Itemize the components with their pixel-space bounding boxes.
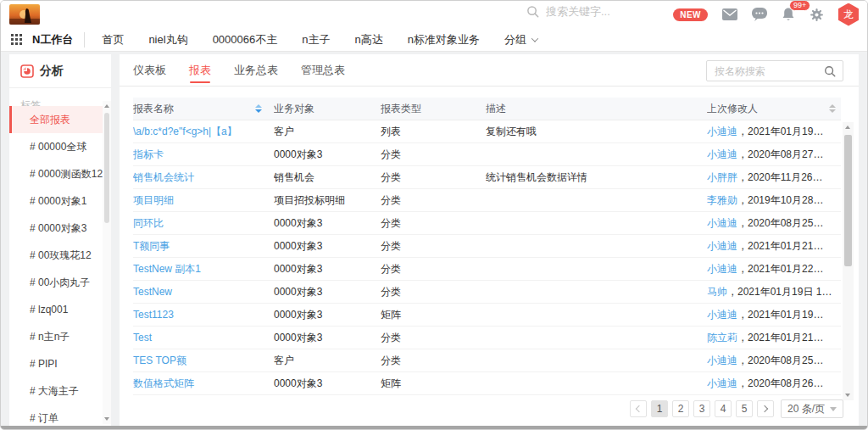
sidebar-scrollbar[interactable] [103, 101, 111, 424]
sidebar-tag-item[interactable]: # 0000对象3 [9, 215, 103, 242]
report-name-link[interactable]: TestNew 副本1 [133, 263, 201, 275]
page-button[interactable]: 4 [715, 400, 732, 417]
modifier-link[interactable]: 小胖胖 [707, 171, 737, 183]
cell-business-object: 0000对象3 [274, 308, 381, 322]
report-name-link[interactable]: 同环比 [133, 217, 164, 229]
table-row[interactable]: 指标卡0000对象3分类小迪迪，2020年08月27日 14:39 [133, 143, 841, 166]
column-header[interactable]: 报表类型 [381, 102, 486, 116]
report-name-link[interactable]: Test1123 [133, 309, 174, 321]
prev-page-button[interactable] [630, 400, 647, 417]
tab-报表[interactable]: 报表 [189, 54, 211, 87]
search-icon[interactable] [824, 65, 836, 77]
modifier-link[interactable]: 小迪迪 [707, 355, 737, 366]
sidebar-tag-item[interactable]: # 订单 [9, 405, 103, 426]
modifier-link[interactable]: 小迪迪 [707, 263, 737, 275]
column-header[interactable]: 上次修改人 [707, 102, 841, 116]
scroll-up-arrow[interactable] [845, 126, 850, 129]
settings-gear-icon[interactable] [810, 8, 824, 22]
column-header[interactable]: 描述 [486, 102, 707, 116]
report-name-link[interactable]: 数值格式矩阵 [133, 377, 194, 389]
report-name-link[interactable]: \a/b:c*d?e"f<g>h|【a】 [133, 126, 237, 137]
page-button[interactable]: 5 [736, 400, 753, 417]
table-row[interactable]: TestNew0000对象3分类马帅，2021年01月19日 15:58 [133, 281, 841, 304]
main-panel: 仪表板报表业务总表管理总表 报表名称业务对象报表类型描述上次修改人 \a/b:c… [120, 54, 859, 426]
sidebar-tag-item[interactable]: # 0000测函数123 [9, 160, 103, 187]
table-row[interactable]: T额同事0000对象3分类小迪迪，2021年01月21日 10:35 [133, 235, 841, 258]
sort-icon[interactable] [829, 104, 836, 113]
page-button[interactable]: 1 [651, 400, 668, 417]
notifications-bell-icon[interactable]: 99+ [782, 8, 795, 22]
nav-link[interactable]: n标准对象业务 [408, 32, 480, 47]
modifier-link[interactable]: 小迪迪 [707, 309, 737, 321]
table-row[interactable]: 同环比0000对象3分类小迪迪，2020年08月25日 02:20 [133, 212, 841, 235]
scrollbar-thumb[interactable] [104, 113, 109, 223]
sidebar-tag-item[interactable]: # lzq001 [9, 296, 103, 323]
report-name-link[interactable]: 项目明细 [133, 194, 174, 206]
cell-last-modified: 李雅勋，2019年10月28日 14:10 [707, 193, 841, 208]
scroll-down-arrow[interactable] [104, 417, 109, 421]
cell-business-object: 客户 [274, 354, 381, 368]
scroll-up-arrow[interactable] [104, 104, 109, 108]
column-header[interactable]: 报表名称 [133, 102, 274, 116]
modifier-link[interactable]: 李雅勋 [707, 194, 737, 206]
table-row[interactable]: TES TOP额客户分类小迪迪，2020年08月25日 03:14 [133, 349, 841, 372]
table-row[interactable]: TestNew 副本10000对象3分类小迪迪，2021年01月22日 10:3… [133, 258, 841, 281]
modifier-link[interactable]: 马帅 [707, 286, 727, 298]
sort-icon[interactable] [255, 104, 262, 113]
sidebar-tag-item[interactable]: # n主n子 [9, 323, 103, 350]
table-row[interactable]: Test0000对象3分类陈立莉，2021年01月21日 17:00 [133, 327, 841, 349]
nav-link[interactable]: 首页 [102, 32, 124, 47]
chat-icon[interactable] [752, 8, 767, 21]
modifier-link[interactable]: 陈立莉 [707, 332, 737, 343]
nav-group-dropdown[interactable]: 分组 [504, 32, 537, 47]
table-row[interactable]: 销售机会统计销售机会分类统计销售机会数据详情小胖胖，2020年11月26日 18… [133, 166, 841, 189]
tab-业务总表[interactable]: 业务总表 [234, 54, 278, 87]
sidebar-tag-item[interactable]: # 0000对象1 [9, 187, 103, 215]
table-row[interactable]: 项目明细项目招投标明细分类李雅勋，2019年10月28日 14:10 [133, 189, 841, 212]
column-header[interactable]: 业务对象 [274, 102, 381, 116]
app-launcher-icon[interactable] [11, 34, 22, 45]
scrollbar-thumb[interactable] [844, 135, 852, 266]
modifier-link[interactable]: 小迪迪 [707, 377, 737, 389]
report-name-link[interactable]: 销售机会统计 [133, 171, 194, 183]
nav-link[interactable]: niel丸钩 [148, 32, 187, 47]
table-scrollbar[interactable] [843, 122, 854, 400]
report-name-link[interactable]: 指标卡 [133, 148, 164, 160]
modifier-link[interactable]: 小迪迪 [707, 148, 737, 160]
table-row[interactable]: 数值格式矩阵0000对象3矩阵小迪迪，2020年08月26日 10:00 [133, 372, 841, 395]
workspace-title[interactable]: N工作台 [32, 32, 85, 47]
report-name-link[interactable]: TES TOP额 [133, 355, 186, 366]
sidebar-tag-item[interactable]: 全部报表 [9, 106, 103, 133]
table-row[interactable]: Test11230000对象3矩阵小迪迪，2021年01月19日 16:19 [133, 304, 841, 327]
modifier-link[interactable]: 小迪迪 [707, 217, 737, 229]
modifier-link[interactable]: 小迪迪 [707, 240, 737, 252]
scroll-down-arrow[interactable] [845, 394, 850, 397]
new-badge[interactable]: NEW [673, 8, 708, 21]
sidebar-tag-item[interactable]: # 00玫瑰花12 [9, 242, 103, 269]
sidebar-header: 分析 [9, 54, 111, 88]
report-name-link[interactable]: T额同事 [133, 240, 170, 252]
nav-links: 首页niel丸钩0000066不主n主子n高达n标准对象业务 [102, 32, 480, 47]
tab-仪表板[interactable]: 仪表板 [133, 54, 166, 87]
nav-link[interactable]: 0000066不主 [213, 32, 278, 47]
sidebar-tag-item[interactable]: # PIPI [9, 350, 103, 377]
sidebar-tag-item[interactable]: # 00小肉丸子 [9, 269, 103, 296]
report-name-link[interactable]: TestNew [133, 286, 172, 298]
nav-link[interactable]: n主子 [302, 32, 330, 47]
mail-icon[interactable] [722, 8, 737, 20]
table-row[interactable]: \a/b:c*d?e"f<g>h|【a】客户列表复制还有哦小迪迪，2021年01… [133, 120, 841, 143]
modifier-link[interactable]: 小迪迪 [707, 126, 737, 137]
next-page-button[interactable] [757, 400, 774, 417]
nav-link[interactable]: n高达 [355, 32, 383, 47]
page-button[interactable]: 3 [693, 400, 710, 417]
page-size-select[interactable]: 20 条/页 [781, 399, 843, 418]
page-button[interactable]: 2 [672, 400, 689, 417]
report-name-link[interactable]: Test [133, 332, 152, 343]
company-logo[interactable] [9, 4, 40, 25]
sidebar-tag-item[interactable]: # 00000全球 [9, 133, 103, 160]
name-search-input[interactable] [707, 65, 824, 77]
analysis-sidebar: 分析 标签 全部报表# 00000全球# 0000测函数123# 0000对象1… [9, 54, 111, 426]
sidebar-tag-item[interactable]: # 大海主子 [9, 377, 103, 405]
user-avatar[interactable]: 龙 [838, 3, 859, 26]
tab-管理总表[interactable]: 管理总表 [301, 54, 345, 87]
